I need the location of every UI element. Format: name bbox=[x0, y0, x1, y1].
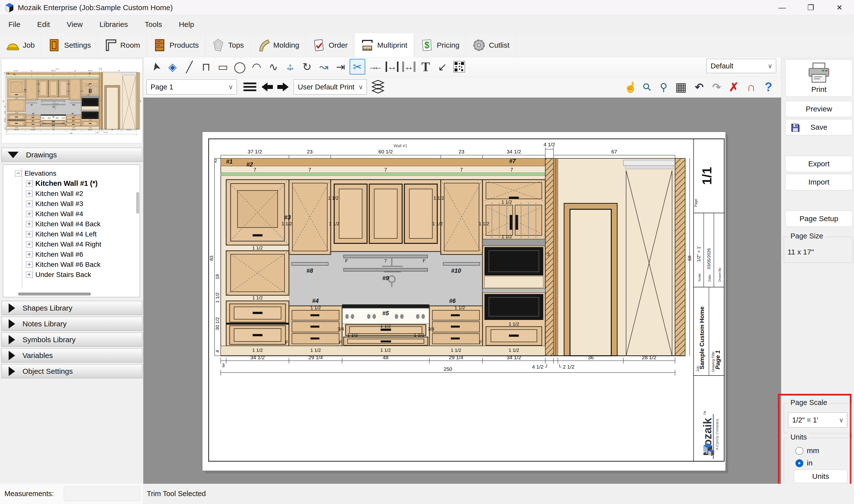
measurements-input[interactable] bbox=[64, 486, 140, 501]
menu-view[interactable]: View bbox=[58, 15, 91, 33]
menu-file[interactable]: File bbox=[0, 15, 29, 33]
expand-box-icon[interactable]: + bbox=[26, 251, 32, 258]
tree-node-wall1[interactable]: + Kitchen Wall #1 (*) bbox=[26, 178, 97, 188]
tree-vertical-scrollbar[interactable] bbox=[136, 192, 139, 214]
units-button[interactable]: Units bbox=[794, 470, 847, 483]
menu-tools[interactable]: Tools bbox=[137, 15, 171, 33]
dimension-tool-icon[interactable]: ↔ bbox=[384, 59, 400, 75]
section-shapes-library[interactable]: Shapes Library bbox=[1, 301, 142, 315]
expand-box-icon[interactable]: + bbox=[26, 231, 32, 237]
tab-products[interactable]: Products bbox=[147, 33, 206, 57]
line-tool-icon[interactable]: ╱ bbox=[181, 59, 197, 75]
snap-magnet-icon[interactable]: ∩ bbox=[744, 79, 758, 95]
spline-tool-icon[interactable]: ↝ bbox=[316, 59, 332, 75]
units-in-radio[interactable] bbox=[796, 459, 803, 467]
close-button[interactable]: ✕ bbox=[826, 0, 852, 15]
page-select[interactable]: Page 1 ∨ bbox=[146, 79, 237, 95]
tree-node-wall4-left[interactable]: + Kitchen Wall #4 Left bbox=[26, 229, 97, 239]
print-profile-select[interactable]: User Default Print ∨ bbox=[293, 79, 367, 95]
export-button[interactable]: Export bbox=[785, 156, 853, 172]
text-tool-icon[interactable]: T bbox=[418, 59, 433, 75]
zoom-extents-icon[interactable]: ⚲ bbox=[657, 79, 671, 95]
tree-node-wall4-back[interactable]: + Kitchen Wall #4 Back bbox=[26, 219, 101, 229]
tree-node-wall4-right[interactable]: + Kitchen Wall #4 Right bbox=[26, 239, 101, 249]
page-list-icon[interactable] bbox=[243, 79, 257, 95]
rotate-tool-icon[interactable]: ↻ bbox=[299, 59, 315, 75]
delete-icon[interactable]: ✗ bbox=[727, 79, 741, 95]
tab-multiprint[interactable]: Multiprint bbox=[354, 33, 414, 57]
section-variables[interactable]: Variables bbox=[1, 348, 142, 362]
expand-box-icon[interactable]: + bbox=[26, 201, 32, 207]
menu-help[interactable]: Help bbox=[171, 15, 203, 33]
polyline-tool-icon[interactable]: ⊓ bbox=[198, 59, 214, 75]
tab-order[interactable]: Order bbox=[306, 33, 354, 57]
tree-node-wall6-back[interactable]: + Kitchen Wall #6 Back bbox=[26, 259, 101, 270]
section-notes-library[interactable]: Notes Library bbox=[1, 317, 142, 331]
drawings-header[interactable]: Drawings bbox=[1, 148, 142, 162]
tree-node-wall2[interactable]: + Kitchen Wall #2 bbox=[26, 188, 83, 199]
restore-button[interactable]: ❐ bbox=[798, 0, 824, 15]
tree-node-elevations[interactable]: − Elevations bbox=[15, 168, 56, 178]
page-thumbnail[interactable] bbox=[1, 59, 142, 143]
tree-node-wall6[interactable]: + Kitchen Wall #6 bbox=[26, 249, 83, 259]
tree-node-wall4[interactable]: + Kitchen Wall #4 bbox=[26, 209, 83, 219]
page-scale-select[interactable]: 1/2" = 1' ∨ bbox=[788, 412, 847, 428]
arc-tool-icon[interactable]: ◠ bbox=[249, 59, 265, 75]
svg-text:#4: #4 bbox=[312, 298, 319, 304]
page-setup-button[interactable]: Page Setup bbox=[785, 211, 853, 227]
tab-room[interactable]: Room bbox=[97, 33, 147, 57]
ellipse-tool-icon[interactable]: ◯ bbox=[232, 59, 248, 75]
expand-box-icon[interactable]: + bbox=[26, 211, 32, 217]
join-tool-icon[interactable]: →← bbox=[367, 59, 383, 75]
tab-molding[interactable]: Molding bbox=[251, 33, 306, 57]
rectangle-tool-icon[interactable]: ▭ bbox=[215, 59, 231, 75]
save-button[interactable]: Save bbox=[785, 119, 853, 136]
previous-page-icon[interactable] bbox=[260, 79, 274, 95]
units-legend: Units bbox=[788, 433, 809, 441]
svg-text:67: 67 bbox=[611, 149, 617, 155]
trim-tool-icon[interactable]: ✂ bbox=[350, 59, 365, 75]
drawing-canvas[interactable]: Wall #1 77 77 7 bbox=[143, 97, 781, 484]
tab-tops[interactable]: Tops bbox=[206, 33, 250, 57]
tab-pricing[interactable]: $ Pricing bbox=[414, 33, 466, 57]
preview-button[interactable]: Preview bbox=[785, 101, 853, 117]
menu-libraries[interactable]: Libraries bbox=[91, 15, 137, 33]
expand-box-icon[interactable]: + bbox=[26, 262, 32, 268]
fill-tool-icon[interactable]: ◈ bbox=[165, 59, 180, 75]
tree-horizontal-scrollbar[interactable] bbox=[18, 292, 91, 295]
leader-tool-icon[interactable]: ↙ bbox=[434, 59, 450, 75]
select-tool-icon[interactable]: ➤ bbox=[146, 57, 165, 76]
curve-tool-icon[interactable]: ∿ bbox=[265, 59, 281, 75]
tab-job[interactable]: Job bbox=[0, 33, 41, 57]
zoom-icon[interactable]: ⚲ bbox=[636, 76, 658, 97]
tab-settings[interactable]: Settings bbox=[41, 33, 97, 57]
layers-icon[interactable] bbox=[371, 79, 385, 95]
section-symbols-library[interactable]: Symbols Library bbox=[1, 332, 142, 347]
tree-node-under-stairs[interactable]: + Under Stairs Back bbox=[26, 270, 91, 280]
style-select[interactable]: Default ∨ bbox=[707, 59, 776, 73]
pan-hand-icon[interactable]: ☝ bbox=[623, 79, 638, 95]
window-grid-icon[interactable]: ▦ bbox=[674, 79, 688, 95]
expand-box-icon[interactable]: + bbox=[26, 241, 32, 248]
dimension-chain-tool-icon[interactable]: ↔ bbox=[401, 59, 417, 75]
expand-box-icon[interactable]: + bbox=[26, 221, 32, 227]
qrcode-tool-icon[interactable] bbox=[451, 59, 467, 75]
tree-node-wall3[interactable]: + Kitchen Wall #3 bbox=[26, 199, 83, 209]
redo-icon[interactable]: ↷ bbox=[709, 79, 724, 95]
units-mm-radio[interactable] bbox=[796, 447, 803, 455]
expand-box-icon[interactable]: + bbox=[26, 271, 32, 278]
import-button[interactable]: Import bbox=[785, 174, 853, 190]
minimize-button[interactable]: — bbox=[769, 0, 795, 15]
move-tool-icon[interactable]: ↔ ↕ bbox=[282, 59, 298, 75]
section-object-settings[interactable]: Object Settings bbox=[1, 364, 142, 378]
next-page-icon[interactable] bbox=[276, 79, 290, 95]
undo-icon[interactable]: ↶ bbox=[692, 79, 707, 95]
help-icon[interactable]: ? bbox=[761, 79, 776, 95]
print-button[interactable]: Print bbox=[785, 59, 853, 97]
menu-edit[interactable]: Edit bbox=[29, 15, 58, 33]
collapse-box-icon[interactable]: − bbox=[15, 170, 21, 177]
extend-tool-icon[interactable]: ⇥ bbox=[333, 59, 349, 75]
expand-box-icon[interactable]: + bbox=[26, 180, 32, 187]
expand-box-icon[interactable]: + bbox=[26, 191, 32, 197]
tab-cutlist[interactable]: Cutlist bbox=[466, 33, 516, 57]
